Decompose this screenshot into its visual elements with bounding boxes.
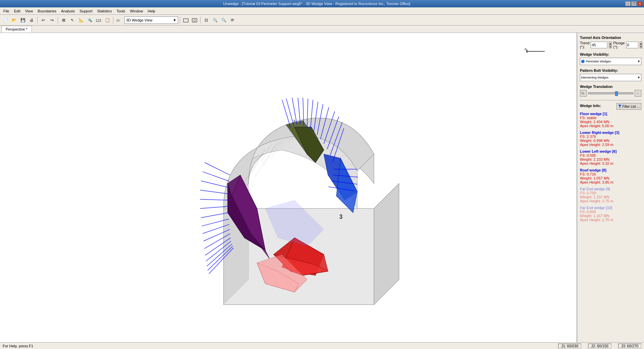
wedge-name-5[interactable]: Far End wedge [10] xyxy=(580,206,641,210)
toolbar-redo[interactable]: ↪ xyxy=(48,16,56,24)
wedge-visibility-section: Wedge Visibility: 🔵 Perimeter Wedges ▼ xyxy=(580,52,641,65)
toolbar-num[interactable]: 123 xyxy=(95,16,103,24)
menu-support[interactable]: Support xyxy=(77,8,95,14)
status-help: For Help, press F1 xyxy=(3,344,551,348)
filter-icon xyxy=(618,105,622,108)
wedge-fs-5: FS: 0.839 xyxy=(580,210,641,214)
trend-down[interactable]: ▼ xyxy=(609,45,612,48)
restore-button[interactable]: ❐ xyxy=(631,1,637,6)
toolbar-undo[interactable]: ↩ xyxy=(39,16,47,24)
panel-divider xyxy=(580,100,641,100)
close-button[interactable]: ✕ xyxy=(637,1,643,6)
wedge-translation-section: Wedge Translation % ↔ xyxy=(580,85,641,97)
wedge-apex-0: Apex Height: 5.00 m xyxy=(580,124,641,128)
tab-perspective[interactable]: Perspective * xyxy=(1,26,32,33)
toolbar-grid[interactable]: ⊞ xyxy=(60,16,68,24)
translation-left-icon[interactable]: % xyxy=(580,90,587,97)
main-area: N xyxy=(0,33,644,342)
toolbar-new[interactable]: 📄 xyxy=(1,16,9,24)
wedge-entry-5: Far End wedge [10]FS: 0.839Weight: 1.167… xyxy=(580,206,641,222)
trend-spinner[interactable]: ▲ ▼ xyxy=(609,42,612,48)
menu-analysis[interactable]: Analysis xyxy=(59,8,77,14)
wedge-entry-4: Far End wedge [9]FS: 0.759Weight: 1.107 … xyxy=(580,187,641,203)
right-panel: Tunnel Axis Orientation Trend (°): ▲ ▼ P… xyxy=(577,33,644,342)
wedge-name-1[interactable]: Lower Right wedge [3] xyxy=(580,131,641,135)
wedge-name-3[interactable]: Roof wedge [8] xyxy=(580,168,641,172)
plunge-up[interactable]: ▲ xyxy=(640,42,643,45)
toolbar-zoom-in[interactable]: 🔍 xyxy=(211,16,219,24)
toolbar-view-face[interactable] xyxy=(182,16,190,24)
translation-right-icon[interactable]: ↔ xyxy=(635,90,641,97)
menu-statistics[interactable]: Statistics xyxy=(95,8,114,14)
toolbar-3d-icon[interactable]: 3D xyxy=(115,16,123,24)
pattern-bolt-value: Intersecting Wedges xyxy=(581,76,637,79)
wedge-info-header: Wedge Info: Filter List ... xyxy=(580,103,641,110)
wedge-fs-0: FS: stable xyxy=(580,116,641,120)
status-j1: J1: 60/030 xyxy=(558,344,581,348)
view-dropdown[interactable]: 3D Wedge View ▼ xyxy=(124,16,178,24)
tunnel-axis-label: Tunnel Axis Orientation xyxy=(580,36,641,40)
titlebar-title: Unwedge - [Tutorial 03 Perimeter Support… xyxy=(223,2,410,6)
translation-slider[interactable] xyxy=(588,92,633,94)
wedge-visibility-arrow: ▼ xyxy=(637,60,640,63)
svg-marker-91 xyxy=(618,105,622,108)
menu-view[interactable]: View xyxy=(23,8,35,14)
statusbar: For Help, press F1 J1: 60/030 J2: 60/150… xyxy=(0,342,644,349)
filter-list-button[interactable]: Filter List ... xyxy=(616,103,641,110)
menu-help[interactable]: Help xyxy=(146,8,157,14)
menu-tools[interactable]: Tools xyxy=(115,8,127,14)
toolbar-open[interactable]: 📂 xyxy=(10,16,18,24)
toolbar-screenshot[interactable] xyxy=(191,16,199,24)
trend-input[interactable] xyxy=(591,42,607,48)
wedge-info-label: Wedge Info: xyxy=(580,104,601,108)
toolbar-table[interactable]: 📋 xyxy=(103,16,111,24)
plunge-spinner[interactable]: ▲ ▼ xyxy=(640,42,643,48)
toolbar-zoom-out[interactable]: 🔍 xyxy=(220,16,228,24)
toolbar-rotate[interactable]: ⟳ xyxy=(228,16,236,24)
menu-boundaries[interactable]: Boundaries xyxy=(36,8,58,14)
wedge-name-4[interactable]: Far End wedge [9] xyxy=(580,187,641,191)
toolbar-select[interactable]: ↖ xyxy=(68,16,76,24)
wedge-weight-4: Weight: 1.107 MN xyxy=(580,195,641,199)
menu-window[interactable]: Window xyxy=(128,8,145,14)
wedge-apex-4: Apex Height: 2.75 m xyxy=(580,199,641,203)
wedge-list: Floor wedge [1]FS: stableWeight: 2.404 M… xyxy=(580,112,641,222)
wedge-fs-1: FS: 2.379 xyxy=(580,135,641,139)
svg-text:123: 123 xyxy=(96,19,101,22)
wedge-visibility-dropdown[interactable]: 🔵 Perimeter Wedges ▼ xyxy=(580,58,641,65)
trend-row: Trend (°): ▲ ▼ Plunge (°): ▲ ▼ xyxy=(580,41,641,49)
pattern-bolt-dropdown[interactable]: Intersecting Wedges ▼ xyxy=(580,74,641,81)
wedge-fs-3: FS: 0.716 xyxy=(580,172,641,176)
toolbar-zoom-extents[interactable]: ⊡ xyxy=(202,16,210,24)
svg-marker-10 xyxy=(374,184,399,305)
menu-edit[interactable]: Edit xyxy=(12,8,22,14)
wedge-entry-2: Lower Left wedge [6]FS: 0.565Weight: 2.1… xyxy=(580,149,641,165)
trend-label: Trend (°): xyxy=(580,41,589,49)
view-dropdown-label: 3D Wedge View xyxy=(126,18,152,22)
toolbar-measure[interactable]: 📐 xyxy=(77,16,85,24)
translation-thumb[interactable] xyxy=(615,91,618,96)
wedge-visibility-value: Perimeter Wedges xyxy=(585,60,637,63)
minimize-button[interactable]: ─ xyxy=(625,1,631,6)
trend-up[interactable]: ▲ xyxy=(609,42,612,45)
toolbar-print[interactable]: 🖨 xyxy=(28,16,36,24)
filter-btn-label: Filter List ... xyxy=(622,105,640,108)
scene-svg: 3 3 xyxy=(0,33,577,342)
menu-file[interactable]: File xyxy=(1,8,11,14)
status-j3: J3: 60/270 xyxy=(618,344,641,348)
viewport[interactable]: N xyxy=(0,33,577,342)
toolbar-sep3 xyxy=(113,17,113,23)
wedge-apex-5: Apex Height: 2.75 m xyxy=(580,218,641,222)
toolbar-save[interactable]: 💾 xyxy=(19,16,27,24)
status-coords: J1: 60/030 J2: 60/150 J3: 60/270 xyxy=(558,344,641,348)
toolbar-bolt[interactable]: 🔩 xyxy=(86,16,94,24)
svg-line-73 xyxy=(201,181,229,188)
plunge-down[interactable]: ▼ xyxy=(640,45,643,48)
wedge-weight-5: Weight: 1.167 MN xyxy=(580,214,641,218)
wedge-translation-row: % ↔ xyxy=(580,90,641,97)
wedge-name-0[interactable]: Floor wedge [1] xyxy=(580,112,641,116)
wedge-weight-3: Weight: 1.057 MN xyxy=(580,176,641,180)
plunge-input[interactable] xyxy=(626,42,638,48)
wedge-name-2[interactable]: Lower Left wedge [6] xyxy=(580,149,641,153)
wedge-fs-2: FS: 0.565 xyxy=(580,153,641,157)
